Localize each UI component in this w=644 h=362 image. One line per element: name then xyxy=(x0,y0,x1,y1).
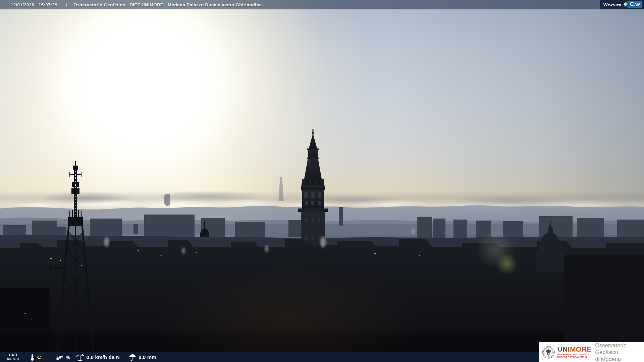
humidity-value: % xyxy=(66,354,70,360)
timestamp: 12/01/2026 - 15:37:29 xyxy=(11,2,57,7)
globe-lens-icon xyxy=(624,2,629,7)
university-seal xyxy=(542,345,555,360)
meteo-label: DATI METEO xyxy=(5,353,21,361)
weathercam-logo: WEATHER CAM xyxy=(600,0,644,9)
observatory-line-1: Osservatorio Geofisico xyxy=(595,342,644,356)
humidity-drops-icon xyxy=(56,354,64,361)
unimore-logo-box: UNIMORE UNIVERSITÀ DEGLI STUDI DI MODENA… xyxy=(539,342,644,362)
brand-cam-text: CAM xyxy=(630,1,641,8)
webcam-view: 12/01/2026 - 15:37:29 | Osservatorio Geo… xyxy=(0,0,644,362)
observatory-name: Osservatorio Geofisico di Modena xyxy=(595,342,644,362)
unimore-subtitle-2: MODENA E REGGIO EMILIA xyxy=(557,356,592,359)
thermometer-icon xyxy=(30,354,34,361)
brand-cam-box: CAM xyxy=(627,1,642,8)
wind-value: 0.0 km/h da N xyxy=(87,354,120,360)
top-info-bar: 12/01/2026 - 15:37:29 | Osservatorio Geo… xyxy=(0,0,644,9)
separator: | xyxy=(66,2,67,7)
temperature-value: C xyxy=(37,354,41,360)
rain-value: 0.0 mm xyxy=(139,354,156,360)
unimore-uni: UNI xyxy=(557,345,570,353)
unimore-subtitle-1: UNIVERSITÀ DEGLI STUDI DI xyxy=(557,353,592,356)
brand-weather-text: WEATHER xyxy=(603,2,621,7)
unimore-more: MORE xyxy=(570,345,592,353)
scene-silhouettes xyxy=(0,0,644,362)
umbrella-icon xyxy=(128,354,137,361)
camera-title: Osservatorio Geofisico - DIEF UNIMORE - … xyxy=(73,2,262,7)
anemometer-icon xyxy=(76,354,85,361)
observatory-line-2: di Modena xyxy=(595,356,644,362)
unimore-wordmark: UNIMORE UNIVERSITÀ DEGLI STUDI DI MODENA… xyxy=(557,346,592,359)
